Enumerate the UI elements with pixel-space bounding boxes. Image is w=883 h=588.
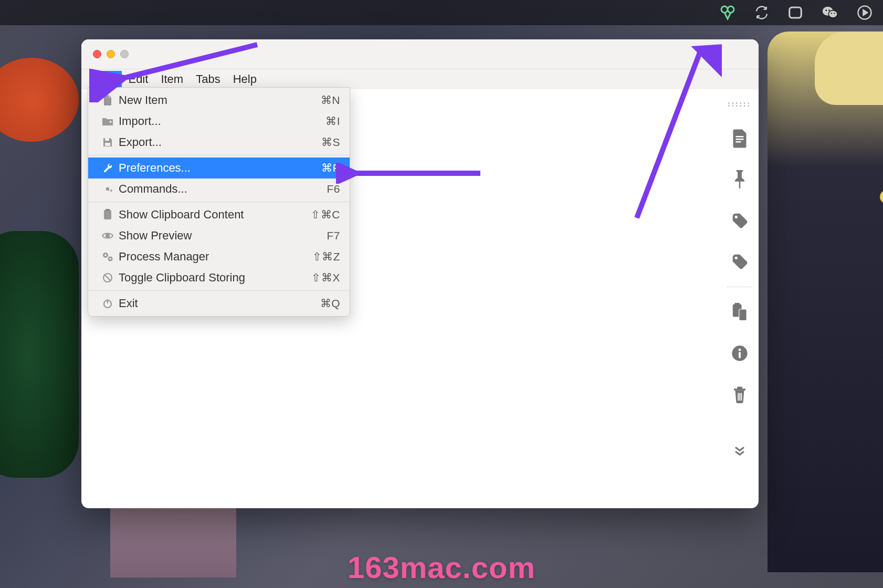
minimize-button[interactable] bbox=[107, 50, 115, 58]
menu-preferences[interactable]: Preferences... ⌘P bbox=[88, 158, 350, 178]
svg-point-4 bbox=[828, 10, 837, 18]
menu-shortcut: ⇧⌘Z bbox=[312, 250, 340, 263]
gears-icon bbox=[100, 251, 115, 262]
menu-label: Commands... bbox=[115, 182, 327, 196]
prohibit-icon bbox=[100, 272, 115, 283]
menu-process-manager[interactable]: Process Manager ⇧⌘Z bbox=[88, 246, 350, 267]
gear-icon bbox=[100, 184, 115, 194]
menu-label: New Item bbox=[115, 93, 321, 107]
trash-icon[interactable] bbox=[730, 385, 749, 404]
tag-icon[interactable] bbox=[730, 252, 749, 271]
svg-point-7 bbox=[831, 13, 832, 14]
svg-rect-24 bbox=[736, 139, 744, 140]
menu-commands[interactable]: Commands... F6 bbox=[88, 178, 350, 200]
svg-rect-29 bbox=[734, 303, 740, 306]
pin-icon[interactable] bbox=[730, 170, 749, 189]
svg-point-26 bbox=[735, 216, 738, 218]
svg-rect-12 bbox=[104, 210, 111, 219]
menu-shortcut: F6 bbox=[327, 183, 340, 195]
app-menubar: File Edit Item Tabs Help bbox=[81, 69, 759, 89]
svg-rect-38 bbox=[741, 393, 742, 401]
menu-show-preview[interactable]: Show Preview F7 bbox=[88, 225, 350, 246]
svg-point-16 bbox=[104, 254, 107, 256]
svg-point-1 bbox=[728, 6, 734, 13]
menu-separator bbox=[88, 202, 350, 202]
menu-exit[interactable]: Exit ⌘Q bbox=[88, 293, 350, 314]
svg-rect-35 bbox=[737, 386, 742, 388]
macos-menubar bbox=[0, 0, 883, 25]
menu-label: Show Preview bbox=[115, 229, 327, 243]
tag-icon[interactable] bbox=[730, 211, 749, 230]
svg-point-6 bbox=[828, 9, 830, 11]
wechat-icon[interactable] bbox=[821, 4, 839, 22]
wrench-icon bbox=[100, 163, 115, 173]
menu-label: Process Manager bbox=[115, 250, 312, 264]
eye-icon bbox=[100, 232, 115, 240]
bg-decoration bbox=[0, 231, 79, 478]
svg-rect-36 bbox=[738, 393, 739, 401]
svg-rect-11 bbox=[105, 143, 110, 146]
bg-decoration bbox=[0, 58, 79, 142]
clipboard-icon bbox=[100, 209, 115, 220]
menu-separator bbox=[88, 290, 350, 291]
menu-shortcut: ⌘Q bbox=[320, 297, 340, 310]
svg-point-8 bbox=[834, 13, 835, 14]
menu-shortcut: ⌘N bbox=[321, 94, 340, 107]
info-icon[interactable] bbox=[730, 344, 749, 363]
menu-tabs[interactable]: Tabs bbox=[190, 71, 226, 88]
clipboard-app-icon[interactable] bbox=[719, 4, 736, 21]
svg-rect-10 bbox=[105, 138, 109, 141]
svg-rect-2 bbox=[790, 7, 802, 18]
menu-import[interactable]: Import... ⌘I bbox=[88, 111, 350, 132]
traffic-lights bbox=[93, 50, 129, 58]
menu-export[interactable]: Export... ⌘S bbox=[88, 132, 350, 153]
sync-icon[interactable] bbox=[754, 5, 770, 20]
menu-separator bbox=[88, 155, 350, 155]
menu-show-clipboard[interactable]: Show Clipboard Content ⇧⌘C bbox=[88, 204, 350, 225]
paste-icon[interactable] bbox=[730, 303, 749, 322]
menu-label: Toggle Clipboard Storing bbox=[115, 271, 311, 285]
save-icon bbox=[100, 137, 115, 148]
svg-rect-34 bbox=[734, 388, 745, 391]
menu-label: Import... bbox=[115, 114, 325, 128]
document-icon[interactable] bbox=[730, 129, 749, 148]
display-icon[interactable] bbox=[787, 5, 803, 20]
document-new-icon bbox=[100, 94, 115, 106]
menu-file[interactable]: File bbox=[91, 71, 122, 88]
drag-handle-icon[interactable]: •••••••••••• bbox=[727, 102, 752, 107]
svg-line-20 bbox=[105, 275, 111, 281]
bg-decoration bbox=[768, 32, 883, 572]
titlebar bbox=[81, 39, 759, 69]
menu-label: Exit bbox=[115, 297, 320, 310]
menu-help[interactable]: Help bbox=[227, 71, 263, 88]
svg-point-32 bbox=[739, 349, 741, 351]
svg-rect-13 bbox=[106, 209, 110, 211]
watermark-text: 163mac.com bbox=[348, 550, 535, 585]
svg-rect-30 bbox=[739, 309, 747, 321]
play-icon[interactable] bbox=[857, 5, 873, 20]
menu-shortcut: ⌘P bbox=[321, 162, 340, 174]
close-button[interactable] bbox=[93, 50, 101, 58]
power-icon bbox=[100, 298, 115, 309]
expand-down-icon[interactable] bbox=[730, 442, 749, 460]
folder-import-icon bbox=[100, 117, 115, 126]
svg-point-5 bbox=[826, 9, 827, 11]
menu-new-item[interactable]: New Item ⌘N bbox=[88, 90, 350, 111]
menu-item[interactable]: Item bbox=[154, 71, 190, 88]
menu-edit[interactable]: Edit bbox=[122, 71, 154, 88]
menu-shortcut: ⌘S bbox=[321, 136, 340, 149]
svg-rect-25 bbox=[736, 141, 741, 143]
right-sidebar: •••••••••••• bbox=[721, 89, 759, 508]
menu-toggle-storing[interactable]: Toggle Clipboard Storing ⇧⌘X bbox=[88, 267, 350, 288]
svg-rect-37 bbox=[739, 393, 740, 401]
svg-rect-33 bbox=[739, 352, 741, 358]
menu-shortcut: ⌘I bbox=[325, 115, 340, 128]
svg-point-27 bbox=[735, 257, 738, 259]
menu-shortcut: ⇧⌘X bbox=[311, 271, 340, 284]
sidebar-separator bbox=[727, 287, 752, 287]
maximize-button[interactable] bbox=[120, 50, 129, 58]
menu-label: Export... bbox=[115, 135, 321, 149]
menu-shortcut: F7 bbox=[327, 229, 340, 242]
menu-label: Show Clipboard Content bbox=[115, 208, 311, 222]
svg-rect-23 bbox=[736, 136, 744, 138]
